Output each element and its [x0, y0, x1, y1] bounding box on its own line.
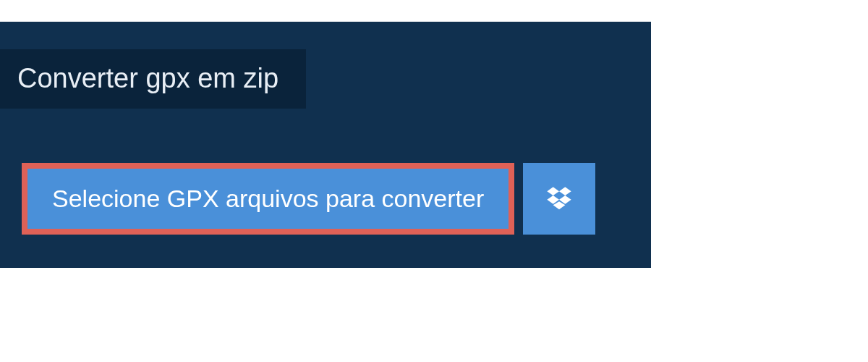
converter-panel: Converter gpx em zip Selecione GPX arqui…	[0, 22, 651, 268]
page-title-tab: Converter gpx em zip	[0, 49, 306, 109]
select-files-highlight: Selecione GPX arquivos para converter	[22, 163, 514, 235]
dropbox-icon	[545, 185, 574, 214]
upload-row: Selecione GPX arquivos para converter	[22, 163, 595, 235]
select-files-label: Selecione GPX arquivos para converter	[52, 185, 484, 212]
page-title: Converter gpx em zip	[17, 63, 278, 93]
dropbox-upload-button[interactable]	[523, 163, 595, 235]
select-files-button[interactable]: Selecione GPX arquivos para converter	[27, 169, 509, 229]
